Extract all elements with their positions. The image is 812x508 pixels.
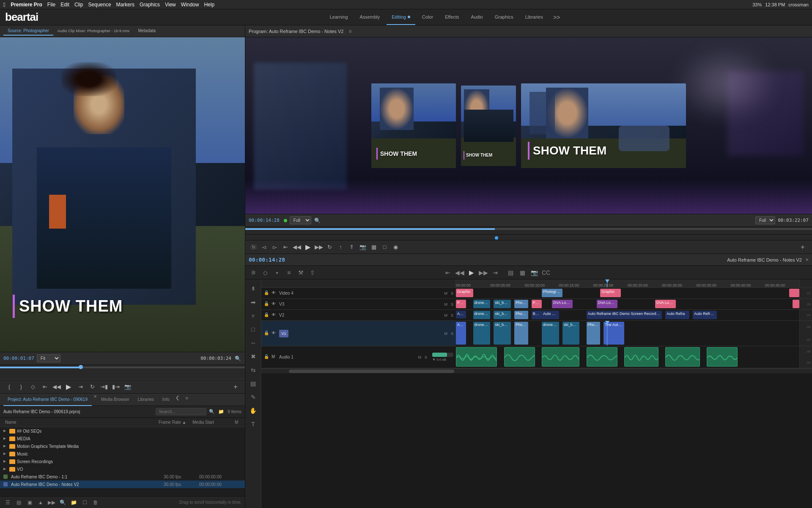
clip-v2-photo[interactable]: Photograp... — [514, 311, 528, 319]
freeform-view-button[interactable]: ▣ — [25, 498, 34, 507]
tab-effects[interactable]: Effects — [440, 9, 464, 25]
tl-tools-button[interactable]: ⚒ — [296, 268, 305, 277]
tab-graphics[interactable]: Graphics — [490, 9, 518, 25]
project-tab-info[interactable]: Info — [158, 394, 174, 406]
clip-v3-8[interactable] — [793, 300, 799, 308]
type-tool-button[interactable]: T — [247, 418, 259, 430]
program-vrmode-button[interactable]: ◉ — [392, 243, 400, 251]
clip-v4-graphic-1[interactable]: Graphic — [456, 289, 473, 297]
clip-v1-2[interactable]: dronesurfing_f — [473, 322, 491, 345]
program-extract-button[interactable]: ⇑ — [348, 243, 356, 251]
project-new-bin-button[interactable]: 📁 — [217, 408, 225, 416]
project-tab-mediabrowser[interactable]: Media Browser — [97, 394, 134, 406]
clip-v2-3[interactable]: ski_backflip_sma — [494, 311, 511, 319]
tl-track-height-button[interactable]: ▦ — [518, 268, 527, 277]
source-add-marker-button[interactable]: ◇ — [29, 383, 37, 391]
clip-v3-4[interactable]: Powered... — [532, 300, 542, 308]
program-mark-out-button[interactable]: ▻ — [271, 243, 279, 251]
list-item[interactable]: Auto Reframe IBC Demo - Notes V2 30.00 f… — [0, 480, 245, 488]
delete-button[interactable]: 🗑 — [91, 498, 100, 507]
clip-v4-graphic-2[interactable]: Graphic — [600, 289, 621, 297]
selection-tool-button[interactable]: ⇞ — [247, 283, 259, 295]
track-v4-vis-icon[interactable]: 👁 — [272, 290, 277, 296]
project-tab-close[interactable]: ✕ — [93, 394, 97, 406]
tl-export-frame-button[interactable]: 📷 — [529, 268, 539, 277]
graphics-menu[interactable]: Graphics — [140, 2, 160, 8]
clip-v2-2[interactable]: dronesurfing_f — [473, 311, 491, 319]
program-add-button[interactable]: + — [798, 243, 807, 251]
slide-tool-button[interactable]: ▤ — [247, 378, 259, 389]
clip-v3-photo[interactable]: Photograp... — [514, 300, 528, 308]
clip-menu[interactable]: Clip — [74, 2, 83, 8]
track-a1-vis-icon[interactable]: M — [272, 354, 277, 360]
program-full-select[interactable]: Full — [755, 216, 775, 224]
tab-audio[interactable]: Audio — [466, 9, 488, 25]
window-menu[interactable]: Window — [181, 2, 199, 8]
slip-tool-button[interactable]: ⇆ — [247, 364, 259, 376]
source-tab-source[interactable]: Source: Photographer — [3, 27, 53, 36]
track-v1-vis-icon[interactable]: 👁 — [272, 331, 277, 337]
file-menu[interactable]: File — [47, 2, 55, 8]
tl-captions-button[interactable]: CC — [541, 268, 551, 277]
clip-v3-2[interactable]: dronesurfing_f — [473, 300, 491, 308]
timeline-scrollbar-thumb[interactable] — [289, 370, 454, 373]
clip-v1-1[interactable]: Auto Ref... — [456, 322, 466, 345]
track-v2-vis-icon[interactable]: 👁 — [272, 312, 277, 318]
source-mark-out-button[interactable]: } — [17, 383, 25, 391]
source-rewind-button[interactable]: ◀◀ — [52, 383, 61, 391]
sort-icon-button[interactable]: ▲ — [36, 498, 45, 507]
project-search-icon[interactable]: 🔍 — [208, 408, 216, 416]
clip-v1-photo[interactable]: Photograp... — [514, 322, 528, 345]
list-view-button[interactable]: ☰ — [3, 498, 12, 507]
track-v3-vis-icon[interactable]: 👁 — [272, 301, 277, 307]
tab-learning[interactable]: Learning — [325, 9, 353, 25]
program-export-frame-button[interactable]: 📷 — [359, 243, 367, 251]
search-icon-button[interactable]: 🔍 — [58, 498, 67, 507]
clip-a1-1[interactable] — [456, 347, 497, 367]
clip-v1-5[interactable]: dronesurfing_f — [542, 322, 559, 345]
tl-forward-right-button[interactable]: ▶▶ — [479, 268, 488, 277]
program-rewind-button[interactable]: ◀◀ — [293, 243, 301, 251]
clip-v3-1[interactable]: Powered — [456, 300, 466, 308]
program-zoom-button[interactable]: 🔍 — [314, 217, 321, 224]
clip-a1-5[interactable] — [624, 347, 658, 367]
razor-tool-button[interactable]: ✖ — [247, 351, 259, 362]
list-item[interactable]: ▶ Motion Graphics Template Media — [0, 442, 245, 450]
source-tab-audiomixer[interactable]: Audio Clip Mixer: Photographer - 16-9.mo… — [53, 27, 134, 36]
clip-v1-photo2[interactable]: Photograp... — [587, 322, 600, 345]
rolling-edit-tool-button[interactable]: □ — [247, 323, 259, 335]
clip-v1-6[interactable]: ski_backflip_sma — [562, 322, 580, 345]
hand-tool-button[interactable]: ✋ — [247, 405, 259, 417]
clip-v2-7[interactable]: Auto Refra — [665, 311, 689, 319]
clip-v1-3[interactable]: ski_backflip_sma — [494, 322, 511, 345]
clip-v3-7[interactable]: DVA Lower 3rd - one — [655, 300, 676, 308]
track-v3-lock-icon[interactable]: 🔓 — [264, 301, 270, 307]
workspace-more-button[interactable]: >> — [550, 14, 563, 21]
program-step-forward-button[interactable]: ▶▶ — [315, 243, 323, 251]
list-item[interactable]: ▶ VO — [0, 465, 245, 473]
apple-menu-icon[interactable]:  — [3, 1, 5, 8]
pen-tool-button[interactable]: ✎ — [247, 391, 259, 403]
track-v1-select[interactable]: V1 — [279, 330, 288, 337]
timeline-scrollbar[interactable] — [261, 368, 812, 373]
new-item-button[interactable]: ☐ — [80, 498, 89, 507]
tl-step-back-right-button[interactable]: ⇤ — [443, 268, 453, 277]
tl-step-forward-right-button[interactable]: ⇥ — [491, 268, 500, 277]
project-panel-menu-button[interactable]: ≡ — [183, 394, 191, 402]
clip-v2-4[interactable]: BG Defoc... — [532, 311, 542, 319]
source-scrubber[interactable] — [0, 364, 245, 373]
view-menu[interactable]: View — [165, 2, 176, 8]
source-step-forward-button[interactable]: ⇥ — [76, 383, 85, 391]
source-loop-button[interactable]: ↻ — [88, 383, 96, 391]
program-lift-button[interactable]: ↑ — [337, 243, 345, 251]
clip-v3-5[interactable]: DVA Lower 3rd - one — [552, 300, 573, 308]
program-loop-button[interactable]: ↻ — [326, 243, 334, 251]
clip-v2-8[interactable]: Auto Reframe IBC — [693, 311, 717, 319]
clip-a1-7[interactable] — [707, 347, 738, 367]
timeline-ruler[interactable]: 00:00:00 00:00:05:00 00:00:10:00 00:00:1… — [456, 279, 799, 288]
source-zoom-button[interactable]: 🔍 — [234, 355, 241, 362]
clip-v2-6[interactable]: Auto Reframe IBC Demo Screen Recording -… — [587, 311, 662, 319]
program-play-button[interactable]: ▶ — [304, 243, 312, 251]
list-item[interactable]: ▶ ## Old SEQs — [0, 427, 245, 435]
clip-a1-2[interactable] — [504, 347, 535, 367]
